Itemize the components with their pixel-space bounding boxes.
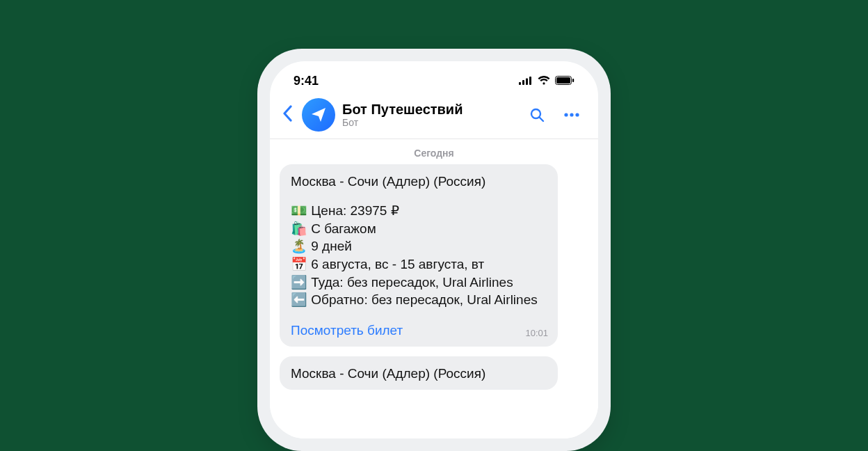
more-button[interactable] — [558, 109, 586, 120]
chat-body[interactable]: Сегодня Москва - Сочи (Адлер) (Россия) 💵… — [270, 139, 598, 438]
message-duration: 🏝️ 9 дней — [291, 237, 547, 255]
battery-icon — [555, 74, 574, 88]
svg-rect-0 — [519, 82, 521, 85]
message-baggage: 🛍️ С багажом — [291, 220, 547, 238]
view-ticket-link[interactable]: Посмотреть билет — [291, 323, 403, 338]
status-icons — [519, 74, 574, 88]
message-dates: 📅 6 августа, вс - 15 августа, вт — [291, 255, 547, 274]
svg-rect-3 — [529, 77, 531, 85]
search-button[interactable] — [523, 104, 551, 126]
message-bubble[interactable]: Москва - Сочи (Адлер) (Россия) 💵 Цена: 2… — [280, 164, 558, 347]
search-icon — [529, 106, 545, 123]
message-price: 💵 Цена: 23975 ₽ — [291, 202, 547, 220]
wifi-icon — [538, 74, 550, 88]
bot-avatar[interactable] — [302, 98, 335, 132]
svg-point-10 — [570, 113, 573, 116]
message-time: 10:01 — [525, 328, 548, 338]
phone-frame: 9:41 Бо — [257, 49, 611, 451]
chat-title-block[interactable]: Бот Путешествий Бот — [342, 102, 516, 128]
svg-point-9 — [564, 113, 568, 116]
back-button[interactable] — [280, 103, 295, 127]
message-route: Москва - Сочи (Адлер) (Россия) — [291, 174, 547, 189]
message-return: ⬅️ Обратно: без пересадок, Ural Airlines — [291, 291, 547, 309]
svg-rect-2 — [526, 79, 528, 86]
svg-point-11 — [575, 113, 579, 116]
chat-title: Бот Путешествий — [342, 102, 516, 118]
svg-rect-1 — [522, 80, 524, 85]
cellular-icon — [519, 74, 533, 88]
chat-header: Бот Путешествий Бот — [270, 93, 598, 139]
status-bar: 9:41 — [270, 61, 598, 93]
date-separator: Сегодня — [280, 148, 588, 159]
airplane-icon — [310, 104, 328, 125]
svg-rect-6 — [572, 79, 574, 82]
status-time: 9:41 — [294, 74, 319, 88]
message-bubble[interactable]: Москва - Сочи (Адлер) (Россия) — [280, 356, 558, 390]
chat-subtitle: Бот — [342, 117, 516, 128]
message-outbound: ➡️ Туда: без пересадок, Ural Airlines — [291, 274, 547, 292]
phone-screen: 9:41 Бо — [270, 61, 598, 438]
message-route: Москва - Сочи (Адлер) (Россия) — [291, 366, 547, 381]
svg-line-8 — [540, 118, 544, 122]
more-icon — [563, 112, 580, 118]
svg-rect-5 — [556, 77, 570, 84]
